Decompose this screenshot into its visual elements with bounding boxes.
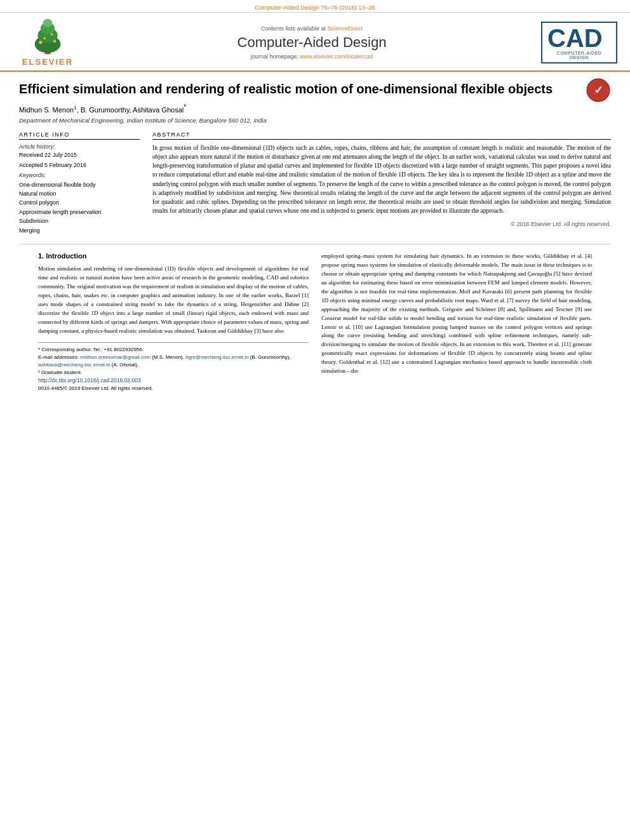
journal-homepage: journal homepage: www.elsevier.com/locat… — [83, 53, 541, 60]
graduate-note: ¹ Graduate student. — [38, 369, 309, 377]
keywords-list: One-dimensional flexible body Natural mo… — [19, 180, 140, 235]
cad-logo-box: CAD COMPUTER-AIDED DESIGN — [541, 22, 617, 63]
intro-para-right: employed spring–mass system for simulati… — [321, 252, 592, 376]
svg-point-7 — [44, 37, 46, 39]
journal-header: ELSEVIER Contents lists available at Sci… — [0, 13, 630, 72]
article-title: Efficient simulation and rendering of re… — [19, 81, 611, 97]
bgm-email-link[interactable]: bgm@mecheng.iisc.ernet.in — [185, 354, 248, 360]
corresponding-author: * Corresponding author. Tel.: +91 802293… — [38, 346, 309, 354]
email-link[interactable]: midhun.sreekumar@gmail.com — [80, 354, 151, 360]
journal-citation-link[interactable]: Computer-Aided Design 75–76 (2016) 13–26 — [255, 4, 375, 11]
introduction-right-text: employed spring–mass system for simulati… — [321, 252, 592, 376]
abstract-panel: ABSTRACT In gross motion of flexible one… — [152, 131, 611, 235]
svg-point-4 — [43, 19, 53, 27]
authors: Midhun S. Menon1, B. Gurumoorthy, Ashita… — [19, 103, 611, 114]
email-footnote: E-mail addresses: midhun.sreekumar@gmail… — [38, 354, 309, 369]
abstract-heading: ABSTRACT — [152, 131, 611, 140]
journal-title-center: Contents lists available at ScienceDirec… — [83, 25, 541, 60]
footnote-section: * Corresponding author. Tel.: +91 802293… — [38, 342, 309, 392]
article-info-abstract-section: ARTICLE INFO Article history: Received 2… — [19, 131, 611, 235]
keyword-6: Merging — [19, 226, 140, 235]
doi-link[interactable]: http://dx.doi.org/10.1016/j.cad.2016.02.… — [38, 377, 141, 383]
section-divider — [19, 244, 611, 244]
intro-para-left: Motion simulation and rendering of one-d… — [38, 265, 309, 336]
introduction-left-text: Motion simulation and rendering of one-d… — [38, 265, 309, 336]
affiliation: Department of Mechanical Engineering, In… — [19, 117, 611, 124]
ashitava-email-link[interactable]: ashitava@mecheng.iisc.ernet.in — [38, 362, 111, 368]
cad-logo-container: CAD COMPUTER-AIDED DESIGN — [541, 22, 617, 63]
keyword-1: One-dimensional flexible body — [19, 180, 140, 189]
abstract-text: In gross motion of flexible one-dimensio… — [152, 143, 611, 216]
keyword-5: Subdivision — [19, 217, 140, 225]
keyword-3: Control polygon — [19, 198, 140, 207]
svg-point-6 — [53, 40, 57, 43]
cad-logo-subtitle: COMPUTER-AIDED DESIGN — [547, 51, 611, 60]
crossmark-icon: ✓ — [586, 77, 611, 103]
author-sup-1: 1 — [74, 105, 76, 110]
copyright-line: © 2016 Elsevier Ltd. All rights reserved… — [152, 221, 611, 227]
article-info-heading: ARTICLE INFO — [19, 131, 140, 140]
author-asterisk: * — [184, 103, 186, 110]
history-label: Article history: — [19, 143, 140, 150]
accepted-date: Accepted 5 February 2016 — [19, 162, 140, 168]
keywords-label: Keywords: — [19, 172, 140, 178]
journal-citation-bar: Computer-Aided Design 75–76 (2016) 13–26 — [0, 0, 630, 13]
crossmark-container[interactable]: ✓ — [586, 77, 611, 104]
journal-title: Computer-Aided Design — [83, 34, 541, 51]
science-direct-link[interactable]: ScienceDirect — [328, 25, 363, 32]
article-container: ✓ Efficient simulation and rendering of … — [0, 72, 630, 405]
keyword-4: Approximate length preservation — [19, 208, 140, 217]
doi-line: http://dx.doi.org/10.1016/j.cad.2016.02.… — [38, 377, 309, 385]
elsevier-logo: ELSEVIER — [13, 18, 83, 67]
article-info-panel: ARTICLE INFO Article history: Received 2… — [19, 131, 140, 235]
homepage-link[interactable]: www.elsevier.com/locate/cad — [300, 53, 373, 60]
keyword-2: Natural motion — [19, 189, 140, 198]
elsevier-text: ELSEVIER — [22, 57, 73, 67]
introduction-heading: 1. Introduction — [38, 252, 309, 260]
science-direct-label: Contents lists available at ScienceDirec… — [83, 25, 541, 32]
body-right-column: employed spring–mass system for simulati… — [321, 252, 592, 392]
svg-text:✓: ✓ — [594, 84, 603, 97]
received-date: Received 22 July 2015 — [19, 152, 140, 158]
svg-point-8 — [51, 33, 53, 36]
body-container: 1. Introduction Motion simulation and re… — [19, 252, 611, 392]
svg-point-5 — [39, 41, 43, 44]
elsevier-logo-container: ELSEVIER — [13, 18, 83, 67]
cad-logo-text: CAD — [547, 25, 611, 51]
elsevier-tree-icon — [22, 18, 73, 56]
issn-line: 0010-4485/© 2016 Elsevier Ltd. All right… — [38, 385, 309, 392]
body-left-column: 1. Introduction Motion simulation and re… — [38, 252, 309, 392]
